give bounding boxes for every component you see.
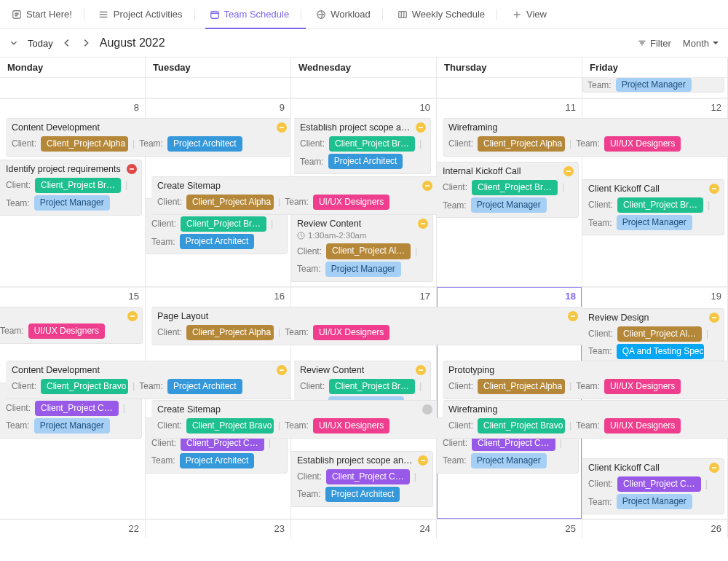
calendar-icon [210, 9, 220, 20]
weekday: Friday [582, 58, 728, 77]
svg-point-2 [100, 14, 100, 15]
client-pill: Client_Project Alpha [186, 325, 274, 340]
week-row: Team: Project Manager [0, 77, 728, 98]
team-pill: UI/UX Designers [604, 136, 681, 152]
team-pill: UI/UX Designers [604, 379, 681, 394]
chevron-right-icon [81, 38, 91, 48]
event-card[interactable]: Review Design Client:Client_Project Al…|… [582, 308, 724, 364]
svg-point-3 [100, 17, 100, 17]
status-badge-progress [416, 365, 426, 375]
team-pill: Project Manager [471, 197, 547, 213]
client-pill: Client_Project Br… [35, 178, 121, 193]
client-pill: Client_Project Br… [617, 197, 703, 213]
event-card[interactable]: Wireframing Client:Client_Project Alpha|… [443, 118, 728, 157]
client-pill: Client_Project Al… [617, 326, 702, 342]
event-card[interactable]: Client Kickoff Call Client:Client_Projec… [582, 179, 724, 235]
status-badge-progress [418, 455, 428, 466]
team-pill: UI/UX Designers [313, 325, 389, 340]
view-tabs: Start Here! Project Activities Team Sche… [0, 0, 728, 29]
filter-button[interactable]: Filter [637, 38, 671, 49]
tab-weekly-schedule[interactable]: Weekly Schedule [390, 0, 505, 28]
board-icon [397, 9, 408, 20]
client-pill: Client_Project C… [326, 469, 410, 484]
week-row: 22 23 24 25 26 [0, 519, 728, 538]
client-pill: Client_Project C… [35, 401, 119, 416]
team-pill: Project Architect [325, 487, 400, 502]
event-card[interactable]: Team: Project Manager [582, 78, 724, 93]
event-card[interactable]: Content Development Client:Client_Projec… [6, 118, 291, 157]
chevron-down-icon [9, 38, 19, 48]
client-pill: Client_Project Alpha [41, 136, 128, 152]
team-pill: Project Manager [34, 195, 110, 211]
client-pill: Client_Project Bravo [41, 379, 128, 394]
client-pill: Client_Project Br… [329, 136, 415, 152]
event-card[interactable]: Internal Kickoff Call Client:Client_Proj… [437, 162, 579, 218]
tab-workload[interactable]: Workload [309, 0, 390, 28]
event-card[interactable]: Review Content 1:30am-2:30am Client:Clie… [291, 214, 433, 282]
calendar-toolbar: Today August 2022 Filter Month [0, 29, 728, 57]
weekday: Tuesday [146, 58, 291, 77]
status-badge-progress [568, 311, 578, 321]
tab-label: Team Schedule [224, 9, 290, 20]
event-time: 1:30am-2:30am [297, 230, 428, 242]
team-pill: Project Architect [167, 379, 242, 394]
team-pill: UI/UX Designers [313, 195, 389, 210]
tab-label: Weekly Schedule [412, 9, 485, 20]
status-badge-progress [277, 122, 287, 133]
team-pill: Project Architect [180, 234, 255, 249]
tab-label: Workload [331, 9, 371, 20]
event-card[interactable]: Create Sitemap Client:Client_Project Bra… [151, 400, 437, 439]
month-title: August 2022 [100, 36, 165, 50]
list-icon [99, 9, 109, 20]
status-badge-progress [709, 184, 719, 194]
event-card[interactable]: Establish project scope and lim Client:C… [291, 451, 433, 507]
tab-add-view[interactable]: View [505, 0, 554, 28]
prev-button[interactable] [62, 38, 72, 48]
week-row: 15 Identify project requirements Client:… [0, 286, 728, 519]
event-card[interactable]: Page Layout Client:Client_Project Alpha|… [151, 307, 582, 345]
svg-rect-6 [399, 11, 407, 17]
team-pill: UI/UX Designers [313, 418, 389, 434]
week-row: 8 Identify project requirements Client:C… [0, 98, 728, 286]
tab-team-schedule[interactable]: Team Schedule [202, 0, 309, 28]
chevron-left-icon [62, 38, 72, 48]
client-pill: Client_Project Bravo [478, 418, 565, 434]
team-pill: Project Architect [180, 453, 255, 468]
status-badge-progress [416, 122, 426, 133]
team-pill: Project Manager [617, 215, 692, 230]
filter-icon [637, 38, 647, 48]
tab-project-activities[interactable]: Project Activities [92, 0, 202, 28]
team-pill: Project Manager [34, 418, 110, 434]
weekday: Monday [0, 58, 146, 77]
caret-down-icon [712, 39, 719, 47]
event-card[interactable]: Prototyping Client:Client_Project Alpha|… [443, 361, 728, 399]
event-card[interactable]: Team:UI/UX Designers [0, 307, 143, 344]
collapse-toggle[interactable] [9, 38, 19, 48]
today-button[interactable]: Today [28, 38, 53, 49]
client-pill: Client_Project Alpha [478, 379, 565, 394]
team-pill: Project Architect [328, 154, 403, 169]
team-pill: Project Manager [325, 262, 401, 277]
event-card[interactable]: Client Kickoff Call Client:Client_Projec… [582, 458, 724, 514]
status-badge-progress [277, 365, 287, 375]
client-pill: Client_Project Alpha [186, 195, 274, 210]
list-icon [12, 9, 22, 20]
weekday-header: Monday Tuesday Wednesday Thursday Friday [0, 58, 728, 77]
calendar: Monday Tuesday Wednesday Thursday Friday… [0, 57, 728, 538]
next-button[interactable] [81, 38, 91, 48]
client-pill: Client_Project Al… [326, 243, 411, 259]
range-button[interactable]: Month [683, 38, 719, 49]
client-pill: Client_Project Br… [472, 180, 558, 195]
event-card[interactable]: Create Sitemap Client:Client_Project Alp… [151, 176, 437, 215]
event-card[interactable]: Content Development Client:Client_Projec… [6, 361, 291, 399]
client-pill: Client_Project Bravo [186, 418, 274, 434]
event-card[interactable]: Wireframing Client:Client_Project Bravo|… [443, 400, 728, 439]
event-card[interactable]: Identify project requirements Client:Cli… [0, 160, 142, 216]
event-card[interactable]: Establish project scope and lim Client:C… [294, 118, 431, 174]
status-badge-progress [127, 311, 138, 321]
tab-start-here[interactable]: Start Here! [4, 0, 92, 28]
status-badge-progress [422, 181, 432, 191]
team-pill: Project Manager [617, 494, 692, 509]
client-pill: Client_Project Br… [181, 216, 266, 232]
team-pill: UI/UX Designers [604, 418, 681, 434]
